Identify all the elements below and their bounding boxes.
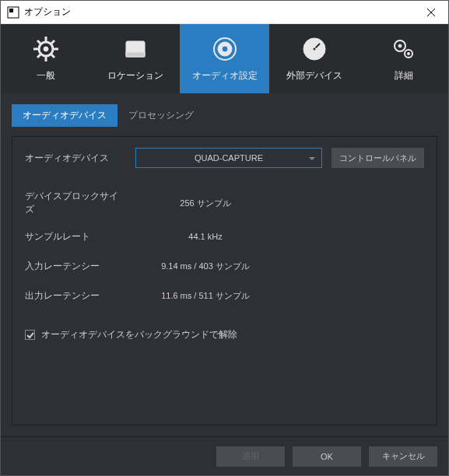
svg-point-18: [222, 46, 228, 52]
svg-rect-15: [126, 52, 145, 57]
svg-point-24: [398, 44, 402, 47]
audio-device-select[interactable]: QUAD-CAPTURE: [135, 148, 322, 168]
tab-general[interactable]: 一般: [1, 24, 90, 93]
release-bg-row: オーディオデバイスをバックグラウンドで解除: [25, 328, 424, 341]
block-size-value: 256 サンプル: [135, 194, 275, 212]
toolbar-label: ロケーション: [107, 69, 163, 82]
gauge-icon: [300, 35, 328, 63]
subtab-audio-device[interactable]: オーディオデバイス: [12, 104, 118, 127]
svg-point-5: [44, 47, 48, 51]
gears-icon: [390, 35, 418, 63]
output-latency-label: 出力レーテンシー: [25, 289, 126, 303]
subtab-processing[interactable]: プロセッシング: [118, 104, 205, 127]
svg-line-12: [51, 40, 54, 44]
svg-point-25: [407, 53, 409, 55]
svg-point-21: [313, 47, 316, 51]
window-title: オプション: [24, 5, 71, 19]
tab-advanced[interactable]: 詳細: [359, 24, 448, 93]
titlebar: オプション: [1, 1, 448, 24]
gear-icon: [32, 35, 60, 63]
svg-line-11: [51, 54, 54, 58]
toolbar-label: 一般: [37, 69, 55, 82]
settings-panel: オーディオデバイス QUAD-CAPTURE コントロールパネル デバイスブロッ…: [12, 136, 437, 425]
audio-device-value: QUAD-CAPTURE: [195, 153, 263, 163]
output-latency-value: 11.6 ms / 511 サンプル: [135, 286, 275, 305]
release-bg-label: オーディオデバイスをバックグラウンドで解除: [41, 328, 237, 341]
app-icon: [7, 6, 19, 19]
tab-location[interactable]: ロケーション: [90, 24, 180, 93]
control-panel-button[interactable]: コントロールパネル: [331, 148, 424, 168]
toolbar-label: 外部デバイス: [286, 69, 342, 82]
speaker-icon: [211, 35, 239, 63]
sample-rate-label: サンプルレート: [25, 230, 126, 243]
footer: 適用 OK キャンセル: [1, 436, 448, 475]
cancel-button[interactable]: キャンセル: [369, 446, 437, 467]
input-latency-value: 9.14 ms / 403 サンプル: [135, 257, 275, 275]
options-window: オプション 一般 ロケーション オーディオ設定: [0, 0, 449, 476]
svg-line-13: [37, 54, 40, 58]
tab-external[interactable]: 外部デバイス: [269, 24, 359, 93]
toolbar-label: オーディオ設定: [192, 69, 258, 82]
sample-rate-value: 44.1 kHz: [135, 227, 275, 246]
tab-audio[interactable]: オーディオ設定: [180, 24, 269, 93]
toolbar-label: 詳細: [395, 69, 413, 82]
apply-button[interactable]: 適用: [216, 446, 285, 467]
release-bg-checkbox[interactable]: [25, 330, 35, 340]
close-button[interactable]: [413, 1, 448, 24]
audio-device-label: オーディオデバイス: [25, 152, 126, 165]
input-latency-label: 入力レーテンシー: [25, 260, 126, 273]
block-size-label: デバイスブロックサイズ: [25, 190, 126, 216]
chevron-down-icon: [309, 153, 315, 163]
subtabs: オーディオデバイス プロセッシング: [12, 104, 437, 127]
content-area: オーディオデバイス プロセッシング オーディオデバイス QUAD-CAPTURE…: [1, 93, 448, 436]
svg-rect-1: [9, 9, 13, 12]
toolbar: 一般 ロケーション オーディオ設定 外部デバイス 詳細: [1, 24, 448, 93]
ok-button[interactable]: OK: [293, 446, 361, 467]
svg-line-10: [37, 40, 40, 44]
drive-icon: [121, 35, 149, 63]
